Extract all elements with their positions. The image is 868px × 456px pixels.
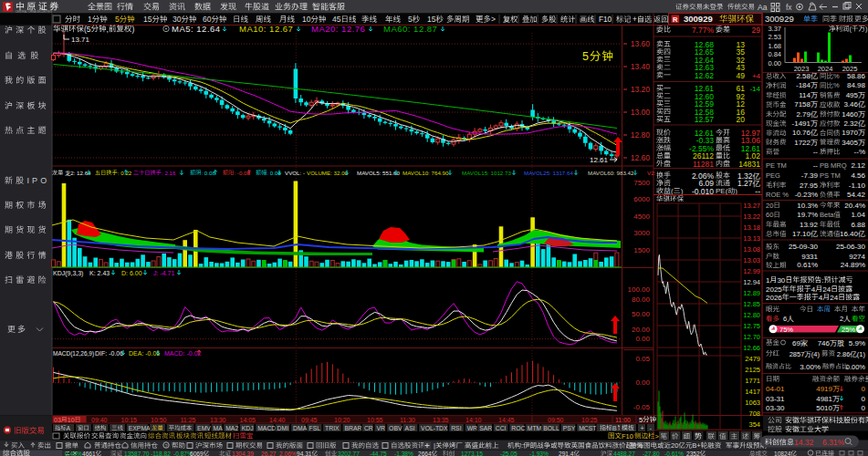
svg-text:13.13: 13.13 (743, 234, 760, 243)
svg-text:1304.39: 1304.39 (232, 451, 254, 456)
svg-text:0: 0 (862, 395, 866, 403)
svg-text:12.70: 12.70 (743, 333, 760, 341)
svg-text:1273.15: 1273.15 (461, 451, 483, 456)
svg-text:12.80: 12.80 (631, 130, 651, 140)
svg-text:V2: -: V2: - (647, 170, 659, 176)
svg-text:24: 24 (830, 294, 838, 302)
svg-text:--%: --% (854, 148, 865, 156)
svg-text:PSY: PSY (563, 425, 576, 431)
svg-text:7158万: 7158万 (794, 100, 818, 109)
svg-text:20: 20 (766, 202, 773, 210)
svg-text:0.61%: 0.61% (797, 261, 818, 269)
svg-text:495万: 495万 (846, 91, 865, 99)
svg-text:14:05: 14:05 (240, 417, 256, 423)
svg-text:24.89%: 24.89% (841, 261, 865, 269)
svg-text:PE(: PE( (716, 187, 728, 195)
svg-text:F10: F10 (599, 16, 612, 24)
svg-text:14831: 14831 (738, 160, 760, 169)
svg-text:2664: 2664 (418, 451, 432, 456)
svg-text:MAVOL60: 983.42: MAVOL60: 983.42 (588, 170, 634, 176)
svg-text:6.88: 6.88 (851, 221, 865, 229)
svg-text:10:20: 10:20 (334, 417, 350, 423)
svg-text:13587.70: 13587.70 (124, 451, 150, 456)
svg-text:75%: 75% (779, 326, 793, 334)
svg-text:10:15: 10:15 (121, 417, 138, 423)
svg-text:-1.93%: -1.93% (529, 451, 549, 456)
svg-text:13.27: 13.27 (743, 202, 760, 210)
svg-text:%: % (833, 81, 840, 89)
svg-text:300929: 300929 (765, 14, 794, 24)
svg-text:13.00: 13.00 (631, 108, 651, 117)
svg-text:3.37: 3.37 (768, 25, 781, 33)
svg-text:746万股: 746万股 (818, 339, 844, 347)
svg-text:10:25: 10:25 (581, 417, 598, 423)
svg-text:(5: (5 (84, 25, 91, 34)
svg-text:50.00: 50.00 (632, 310, 651, 318)
svg-text:13.22: 13.22 (743, 212, 760, 221)
svg-text:-0.61%: -0.61% (664, 451, 684, 456)
svg-text:A: A (67, 425, 71, 431)
svg-text:-14: -14 (749, 85, 760, 93)
svg-text:>: > (655, 432, 660, 440)
svg-text:MTM: MTM (528, 425, 542, 431)
svg-text:60: 60 (766, 211, 773, 219)
svg-text:ROE %: ROE % (766, 191, 789, 199)
svg-text:BRAR: BRAR (345, 425, 362, 431)
svg-text:MACD: MACD (257, 425, 276, 431)
svg-text:MA2: MA2 (225, 425, 238, 431)
svg-text:30: 30 (173, 15, 182, 24)
svg-text:MAVOL15: 1012.73: MAVOL15: 1012.73 (462, 170, 511, 176)
svg-text:2125: 2125 (745, 366, 760, 374)
svg-text:300929: 300929 (684, 14, 713, 24)
svg-text:2.79亿: 2.79亿 (796, 110, 818, 119)
svg-text:6人: 6人 (783, 315, 794, 323)
svg-text:2026: 2026 (766, 294, 782, 302)
svg-text:%: % (833, 72, 840, 80)
svg-text:-184万: -184万 (796, 81, 818, 89)
svg-text:4500: 4500 (633, 212, 650, 221)
svg-text:龙2: 12.64: 龙2: 12.64 (65, 170, 91, 176)
svg-text:VVOL: -: VVOL: - (285, 170, 305, 176)
svg-text:25%: 25% (842, 326, 855, 334)
svg-text:: 2.16: : 2.16 (162, 170, 176, 176)
svg-text:R: R (673, 16, 678, 24)
svg-text:60: 60 (203, 15, 212, 24)
svg-text:9274: 9274 (849, 253, 865, 261)
svg-text:3202.77: 3202.77 (338, 451, 360, 456)
svg-text:45: 45 (332, 15, 341, 24)
svg-text:4661: 4661 (82, 451, 96, 456)
svg-text:13.40: 13.40 (631, 62, 651, 71)
svg-text:IPO: IPO (26, 176, 49, 185)
svg-text:2.58亿: 2.58亿 (796, 72, 818, 80)
svg-text:4: 4 (811, 285, 816, 294)
svg-text:PE TM: PE TM (766, 161, 787, 170)
svg-text:12.80: 12.80 (743, 311, 760, 319)
svg-text:): ) (735, 187, 737, 195)
svg-text:0.00%: 0.00% (846, 363, 866, 371)
svg-text:30: 30 (777, 276, 785, 285)
svg-text:0: 0 (862, 404, 866, 412)
svg-text:-0.23%: -0.23% (795, 191, 818, 199)
svg-text:ASI: ASI (405, 425, 415, 431)
svg-text:12.57: 12.57 (695, 115, 715, 124)
svg-text:69家: 69家 (792, 339, 808, 347)
svg-text:12.94: 12.94 (743, 278, 760, 286)
svg-text:10: 10 (302, 15, 311, 24)
svg-text:2.53: 2.53 (768, 33, 781, 41)
svg-text:-27.80: -27.80 (643, 451, 660, 456)
svg-text:5: 5 (639, 416, 643, 424)
svg-text:0.05: 0.05 (635, 355, 650, 363)
svg-text:D: 6.00: D: 6.00 (121, 270, 142, 276)
svg-text:03-30: 03-30 (766, 404, 785, 412)
svg-text:KDJ(9,3,3): KDJ(9,3,3) (53, 270, 83, 277)
svg-text:27.95: 27.95 (800, 181, 819, 190)
svg-text:58.86: 58.86 (847, 72, 866, 80)
svg-text:12.75: 12.75 (743, 322, 760, 330)
svg-text:-0.05: -0.05 (633, 403, 651, 411)
svg-text:: 0.08: : 0.08 (201, 170, 215, 176)
svg-text:10:50: 10:50 (151, 417, 167, 423)
svg-text:-1.10: -1.10 (849, 181, 866, 190)
svg-text:04-01: 04-01 (766, 385, 785, 393)
svg-text:94.31: 94.31 (297, 451, 312, 456)
svg-text:13.92: 13.92 (800, 221, 819, 229)
